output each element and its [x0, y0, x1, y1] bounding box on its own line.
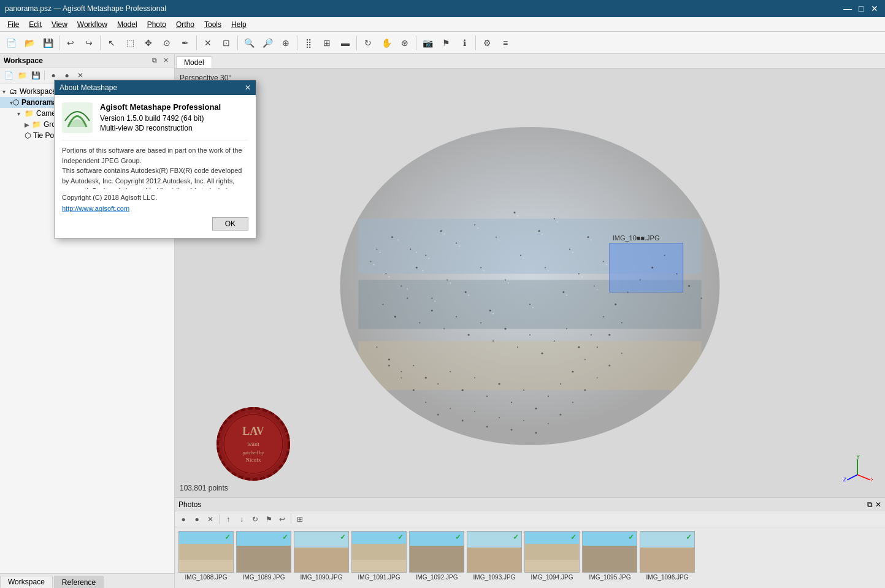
svg-point-129	[548, 423, 549, 424]
ws-sep-1	[44, 71, 45, 80]
new-button[interactable]: 📄	[2, 34, 20, 52]
photo-label: IMG_1096.JPG	[646, 574, 689, 581]
photo-item[interactable]: ✓IMG_1091.JPG	[351, 531, 407, 584]
wireframe-button[interactable]: ⊞	[318, 34, 335, 52]
menu-photo[interactable]: Photo	[142, 19, 171, 30]
svg-point-98	[468, 294, 469, 296]
svg-text:team: team	[247, 440, 259, 447]
settings-button[interactable]: ⚙	[478, 34, 496, 52]
minimize-button[interactable]: —	[842, 3, 853, 14]
rotate-button[interactable]: ↻	[359, 34, 377, 52]
ws-save-button[interactable]: 💾	[29, 69, 42, 82]
crop-button[interactable]: ⊡	[218, 34, 235, 52]
menu-edit[interactable]: Edit	[24, 19, 47, 30]
photos-remove-button[interactable]: ●	[191, 513, 203, 525]
lasso-button[interactable]: ⊙	[158, 34, 175, 52]
redo-button[interactable]: ↪	[80, 34, 98, 52]
about-ok-button[interactable]: OK	[212, 217, 248, 231]
maximize-button[interactable]: □	[856, 3, 867, 14]
photos-delete-button[interactable]: ✕	[204, 513, 216, 525]
photos-export-button[interactable]: ↓	[236, 513, 248, 525]
svg-point-27	[520, 255, 521, 256]
svg-point-95	[443, 234, 445, 235]
photos-header-buttons: ⧉ ✕	[867, 500, 881, 509]
photos-flag-button[interactable]: ⚑	[262, 513, 275, 525]
photo-item[interactable]: ✓IMG_1089.JPG	[236, 531, 291, 584]
svg-point-51	[541, 353, 543, 354]
photo-item[interactable]: ✓IMG_1094.JPG	[524, 531, 580, 584]
photos-restore-button[interactable]: ⧉	[867, 500, 873, 509]
tab-model[interactable]: Model	[176, 56, 212, 68]
menu-file[interactable]: File	[2, 19, 24, 30]
about-text-block: Agisoft Metashape Professional Version 1…	[100, 102, 248, 134]
layers-button[interactable]: ≡	[497, 34, 514, 52]
chunk-icon: ⬡	[13, 98, 19, 107]
workspace-close-button[interactable]: ✕	[161, 56, 170, 66]
menu-workflow[interactable]: Workflow	[72, 19, 112, 30]
menu-tools[interactable]: Tools	[199, 19, 226, 30]
photos-add-button[interactable]: ●	[177, 513, 190, 525]
rect-select-button[interactable]: ⬚	[121, 34, 139, 52]
svg-point-29	[538, 230, 540, 232]
svg-text:Nicofx: Nicofx	[246, 457, 261, 463]
about-link[interactable]: http://www.agisoft.com	[62, 205, 248, 212]
svg-point-47	[492, 340, 494, 342]
photo-item[interactable]: ✓IMG_1093.JPG	[467, 531, 522, 584]
workspace-restore-button[interactable]: ⧉	[150, 56, 159, 66]
orbit-button[interactable]: ⊛	[396, 34, 413, 52]
save-button[interactable]: 💾	[39, 34, 56, 52]
about-close-button[interactable]: ✕	[245, 83, 251, 92]
brush-button[interactable]: ✒	[177, 34, 194, 52]
photo-label: IMG_1091.JPG	[358, 574, 400, 581]
photo-item[interactable]: ✓IMG_1090.JPG	[294, 531, 349, 584]
svg-rect-4	[358, 341, 701, 390]
points-button[interactable]: ⣿	[300, 34, 317, 52]
move-button[interactable]: ✥	[140, 34, 157, 52]
group-folder-icon: 📁	[32, 120, 41, 129]
right-panel: Model Perspective 30°	[175, 54, 885, 588]
photo-item[interactable]: ✓IMG_1092.JPG	[409, 531, 464, 584]
photos-close-button[interactable]: ✕	[875, 500, 881, 509]
info-button[interactable]: ℹ	[456, 34, 473, 52]
open-button[interactable]: 📂	[21, 34, 38, 52]
photos-import-button[interactable]: ↑	[222, 513, 234, 525]
camera-button[interactable]: 📷	[419, 34, 436, 52]
svg-point-89	[397, 240, 399, 241]
zoom-in-button[interactable]: 🔍	[240, 34, 258, 52]
svg-point-127	[523, 420, 524, 421]
menu-view[interactable]: View	[47, 19, 72, 30]
pan-button[interactable]: ✋	[378, 34, 395, 52]
photo-item[interactable]: ✓IMG_1095.JPG	[582, 531, 637, 584]
workspace-folder-icon: 🗂	[10, 87, 17, 96]
menu-help[interactable]: Help	[226, 19, 251, 30]
svg-point-31	[554, 218, 555, 220]
close-button[interactable]: ✕	[869, 3, 880, 14]
menu-model[interactable]: Model	[112, 19, 142, 30]
select-button[interactable]: ↖	[103, 34, 120, 52]
tab-workspace[interactable]: Workspace	[0, 576, 53, 588]
solid-button[interactable]: ▬	[337, 34, 354, 52]
svg-point-56	[603, 316, 604, 317]
ws-add-photos-button[interactable]: 📁	[16, 69, 28, 82]
photos-unflag-button[interactable]: ↩	[276, 513, 288, 525]
points-label: 103,801 points	[180, 484, 228, 492]
photos-rotate-button[interactable]: ↻	[249, 513, 261, 525]
svg-point-74	[486, 395, 488, 397]
photo-label: IMG_1094.JPG	[531, 574, 573, 581]
menu-ortho[interactable]: Ortho	[171, 19, 199, 30]
photos-grid-button[interactable]: ⊞	[294, 513, 306, 525]
photo-item[interactable]: ✓IMG_1088.JPG	[178, 531, 234, 584]
zoom-out-button[interactable]: 🔎	[259, 34, 276, 52]
fit-button[interactable]: ⊕	[277, 34, 294, 52]
tab-reference[interactable]: Reference	[54, 576, 104, 588]
photo-item[interactable]: ✓IMG_1096.JPG	[640, 531, 695, 584]
svg-point-38	[382, 304, 383, 305]
svg-rect-6	[610, 243, 683, 292]
ws-add-chunk-button[interactable]: 📄	[2, 69, 15, 82]
undo-button[interactable]: ↩	[62, 34, 79, 52]
flag-button[interactable]: ⚑	[437, 34, 454, 52]
toolbar-sep-6	[356, 36, 357, 50]
svg-point-85	[621, 322, 623, 323]
delete-button[interactable]: ✕	[199, 34, 216, 52]
svg-point-77	[523, 389, 524, 391]
